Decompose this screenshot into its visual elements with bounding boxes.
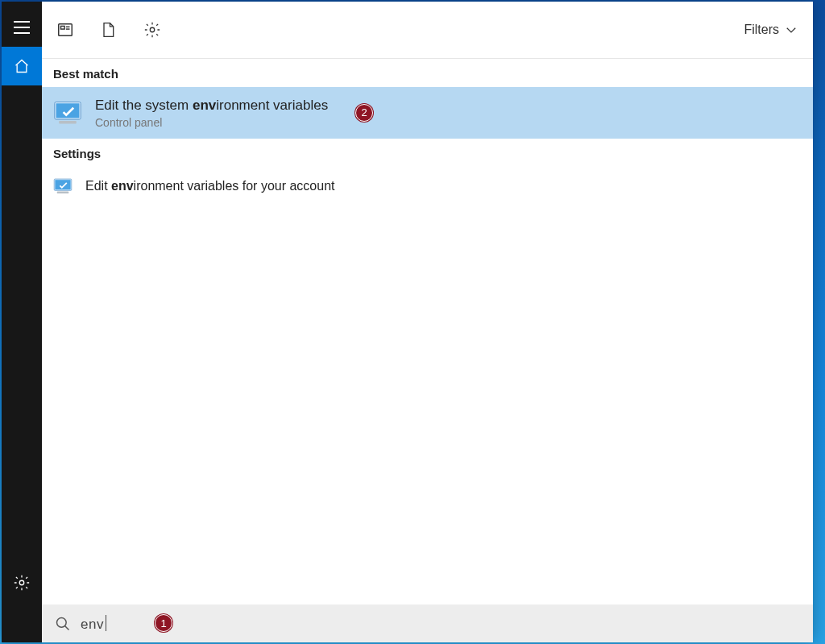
- system-monitor-icon: [53, 98, 82, 127]
- search-bar[interactable]: env 1: [42, 605, 813, 642]
- rail-settings-button[interactable]: [2, 563, 42, 602]
- home-icon: [14, 58, 30, 74]
- result-title-bold: env: [111, 179, 134, 193]
- settings-filter-button[interactable]: [143, 21, 161, 39]
- user-monitor-icon: [53, 177, 73, 196]
- documents-filter-button[interactable]: [100, 21, 118, 39]
- result-title-bold: env: [193, 98, 216, 113]
- svg-rect-11: [57, 192, 68, 193]
- svg-line-13: [65, 625, 69, 629]
- svg-point-5: [150, 27, 155, 32]
- svg-point-0: [19, 580, 24, 585]
- callout-badge-2: 2: [355, 104, 373, 122]
- search-icon: [55, 616, 71, 632]
- result-title-pre: Edit the system: [95, 98, 193, 113]
- svg-rect-2: [61, 26, 65, 29]
- callout-badge-1: 1: [155, 614, 172, 632]
- result-title-post: ironment variables for your account: [134, 179, 335, 193]
- result-settings-item[interactable]: Edit environment variables for your acco…: [42, 167, 813, 206]
- results-area: Best match Edit the system environment v…: [42, 59, 813, 605]
- filters-dropdown[interactable]: Filters: [744, 23, 798, 37]
- svg-rect-10: [55, 180, 70, 189]
- result-subtitle: Control panel: [95, 116, 328, 129]
- result-title-post: ironment variables: [216, 98, 328, 113]
- text-caret: [106, 615, 106, 631]
- hamburger-icon: [14, 21, 30, 34]
- result-best-match[interactable]: Edit the system environment variables Co…: [42, 87, 813, 139]
- search-panel: Filters Best match: [42, 2, 813, 642]
- apps-filter-button[interactable]: [56, 21, 74, 39]
- result-text: Edit the system environment variables Co…: [95, 97, 328, 129]
- svg-rect-8: [59, 121, 77, 124]
- gear-icon: [13, 574, 31, 592]
- apps-icon: [56, 21, 74, 39]
- search-toolbar: Filters: [42, 2, 813, 59]
- group-header-settings: Settings: [42, 139, 813, 167]
- filters-label: Filters: [744, 23, 779, 37]
- search-input[interactable]: env: [81, 615, 106, 633]
- home-button[interactable]: [2, 47, 42, 85]
- chevron-down-icon: [784, 23, 798, 37]
- result-text: Edit environment variables for your acco…: [85, 177, 335, 195]
- search-query-text: env: [81, 617, 104, 632]
- gear-icon: [143, 21, 161, 39]
- start-left-rail: [2, 2, 42, 642]
- svg-point-12: [57, 617, 67, 627]
- document-icon: [100, 21, 116, 39]
- group-header-best-match: Best match: [42, 59, 813, 87]
- svg-rect-7: [56, 103, 80, 118]
- hamburger-button[interactable]: [2, 8, 42, 47]
- result-title-pre: Edit: [85, 179, 111, 193]
